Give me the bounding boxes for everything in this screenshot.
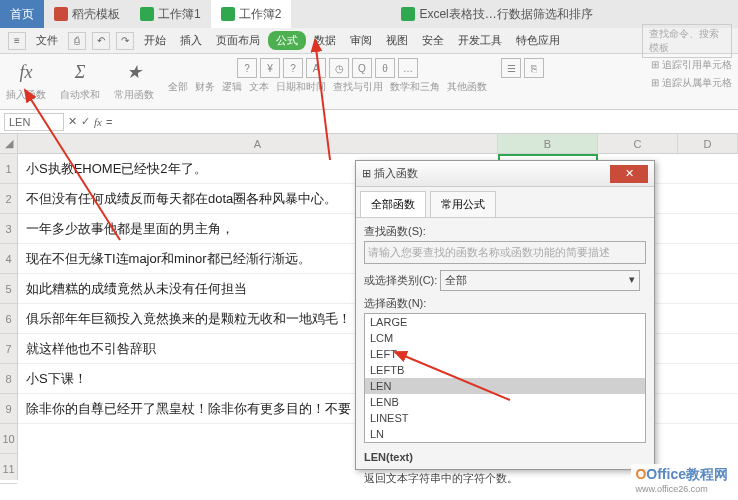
row-header[interactable]: 2	[0, 184, 17, 214]
paste-name-icon[interactable]: ⎘	[524, 58, 544, 78]
corner[interactable]: ◢	[0, 134, 17, 154]
fn-item-selected[interactable]: LEN	[365, 378, 645, 394]
col-header[interactable]: A	[18, 134, 498, 153]
menu-start[interactable]: 开始	[138, 30, 172, 51]
close-icon[interactable]: ✕	[610, 165, 648, 183]
formula-input[interactable]: =	[106, 116, 112, 128]
tab-excel-tips[interactable]: Excel表格技…行数据筛选和排序	[391, 0, 602, 28]
tab-workbook2[interactable]: 工作簿2	[211, 0, 292, 28]
name-mgr-icon[interactable]: ☰	[501, 58, 521, 78]
fn-signature: LEN(text)	[364, 451, 413, 463]
undo-icon[interactable]: ↶	[92, 32, 110, 50]
menu-insert[interactable]: 插入	[174, 30, 208, 51]
fn-finance-icon[interactable]: ¥	[260, 58, 280, 78]
menu-view[interactable]: 视图	[380, 30, 414, 51]
fn-item[interactable]: LENB	[365, 394, 645, 410]
autosum-icon[interactable]: Σ	[65, 58, 95, 86]
search-label: 查找函数(S):	[364, 224, 646, 239]
name-box[interactable]: LEN	[4, 113, 64, 131]
fn-description: 返回文本字符串中的字符个数。	[364, 471, 646, 486]
fn-item[interactable]: LINEST	[365, 410, 645, 426]
col-header[interactable]: C	[598, 134, 678, 153]
tab-daoketemplate[interactable]: 稻壳模板	[44, 0, 130, 28]
fn-item[interactable]: LCM	[365, 330, 645, 346]
row-header[interactable]: 5	[0, 274, 17, 304]
fn-lookup-icon[interactable]: Q	[352, 58, 372, 78]
fx-icon[interactable]: fx	[94, 116, 102, 128]
fn-item[interactable]: LN	[365, 426, 645, 442]
menu-dev[interactable]: 开发工具	[452, 30, 508, 51]
row-header[interactable]: 1	[0, 154, 17, 184]
fn-item[interactable]: LEFTB	[365, 362, 645, 378]
ribbon-label: 插入函数	[6, 88, 46, 102]
menu-layout[interactable]: 页面布局	[210, 30, 266, 51]
common-fn-icon[interactable]: ★	[119, 58, 149, 86]
watermark: OOffice教程网 www.office26.com	[631, 464, 732, 496]
category-label: 或选择类别(C):	[364, 274, 437, 286]
sheet-icon	[221, 7, 235, 21]
tab-workbook1[interactable]: 工作簿1	[130, 0, 211, 28]
row-header[interactable]: 4	[0, 244, 17, 274]
menu-special[interactable]: 特色应用	[510, 30, 566, 51]
fn-item[interactable]: LEFT	[365, 346, 645, 362]
dialog-title: ⊞ 插入函数	[362, 166, 418, 181]
function-search-input[interactable]: 请输入您要查找的函数名称或函数功能的简要描述	[364, 241, 646, 264]
insert-function-dialog: ⊞ 插入函数✕ 全部函数 常用公式 查找函数(S): 请输入您要查找的函数名称或…	[355, 160, 655, 470]
row-header[interactable]: 6	[0, 304, 17, 334]
col-header[interactable]: D	[678, 134, 738, 153]
wps-icon	[54, 7, 68, 21]
cancel-icon[interactable]: ✕	[68, 115, 77, 128]
row-header[interactable]: 3	[0, 214, 17, 244]
row-header[interactable]: 11	[0, 454, 17, 484]
row-header[interactable]: 10	[0, 424, 17, 454]
ribbon-label: 常用函数	[114, 88, 154, 102]
trace-dependents[interactable]: ⊞ 追踪从属单元格	[651, 76, 732, 90]
fn-all-icon[interactable]: ?	[237, 58, 257, 78]
tab-common-formulas[interactable]: 常用公式	[430, 191, 496, 217]
tab-all-functions[interactable]: 全部函数	[360, 191, 426, 217]
fn-date-icon[interactable]: ◷	[329, 58, 349, 78]
command-search[interactable]: 查找命令、搜索模板	[642, 24, 732, 58]
menu-file[interactable]: 文件	[30, 30, 64, 51]
fn-logic-icon[interactable]: ?	[283, 58, 303, 78]
menu-data[interactable]: 数据	[308, 30, 342, 51]
fn-text-icon[interactable]: A	[306, 58, 326, 78]
pick-label: 选择函数(N):	[364, 296, 646, 311]
menu-safe[interactable]: 安全	[416, 30, 450, 51]
fn-math-icon[interactable]: θ	[375, 58, 395, 78]
ribbon-label: 自动求和	[60, 88, 100, 102]
save-icon[interactable]: ⎙	[68, 32, 86, 50]
row-header[interactable]: 9	[0, 394, 17, 424]
function-list[interactable]: LARGE LCM LEFT LEFTB LEN LENB LINEST LN	[364, 313, 646, 443]
fn-other-icon[interactable]: …	[398, 58, 418, 78]
menu-formula[interactable]: 公式	[268, 31, 306, 50]
trace-precedents[interactable]: ⊞ 追踪引用单元格	[651, 58, 732, 72]
fn-item[interactable]: LARGE	[365, 314, 645, 330]
insert-function-icon[interactable]: fx	[11, 58, 41, 86]
category-select[interactable]: 全部 ▾	[440, 270, 640, 291]
sheet-icon	[401, 7, 415, 21]
app-menu-icon[interactable]: ≡	[8, 32, 26, 50]
row-header[interactable]: 7	[0, 334, 17, 364]
row-header[interactable]: 8	[0, 364, 17, 394]
accept-icon[interactable]: ✓	[81, 115, 90, 128]
col-header[interactable]: B	[498, 134, 598, 153]
tab-home[interactable]: 首页	[0, 0, 44, 28]
redo-icon[interactable]: ↷	[116, 32, 134, 50]
sheet-icon	[140, 7, 154, 21]
menu-review[interactable]: 审阅	[344, 30, 378, 51]
